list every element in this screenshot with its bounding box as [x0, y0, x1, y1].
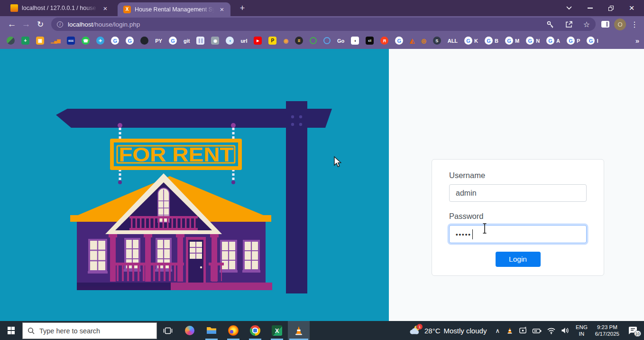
- weather-widget[interactable]: 1 28°C Mostly cloudy: [405, 321, 491, 340]
- wifi-icon[interactable]: [544, 321, 558, 340]
- start-button[interactable]: [0, 321, 22, 340]
- bookmark-letter: M: [515, 38, 519, 44]
- new-tab-button[interactable]: +: [237, 3, 248, 14]
- search-input[interactable]: [39, 327, 144, 335]
- xampp-icon: X: [123, 6, 131, 13]
- bookmarks-overflow-chevron[interactable]: »: [635, 32, 639, 49]
- bookmark-barcode[interactable]: ║║: [196, 37, 204, 45]
- volume-icon[interactable]: [558, 321, 572, 340]
- bookmark-url-text[interactable]: url: [240, 38, 247, 44]
- bookmark-analytics-bars[interactable]: ▁▄▆: [51, 38, 60, 43]
- bookmark-letter: B: [495, 38, 498, 44]
- yandex-icon: Я: [380, 37, 388, 45]
- tab-close-icon[interactable]: ×: [101, 5, 109, 12]
- task-view-button[interactable]: [157, 321, 179, 340]
- all-text-icon: ALL: [448, 38, 458, 44]
- address-bar[interactable]: i localhost/house/login.php ☆: [51, 18, 596, 31]
- bookmark-github[interactable]: [140, 37, 148, 45]
- bookmark-google3[interactable]: G: [169, 37, 177, 45]
- bookmark-p-yellow[interactable]: P: [268, 37, 276, 45]
- tab-close-icon[interactable]: ×: [218, 6, 226, 13]
- bookmark-google-m[interactable]: GM: [505, 37, 519, 45]
- bookmark-yandex[interactable]: Я: [380, 37, 388, 45]
- back-button[interactable]: ←: [5, 18, 19, 31]
- tab-search-chevron-icon[interactable]: [559, 0, 580, 16]
- username-field[interactable]: [449, 184, 587, 202]
- taskbar-search[interactable]: [22, 322, 157, 339]
- firefox-button[interactable]: [222, 321, 244, 340]
- notification-count-badge: 10: [634, 331, 641, 337]
- language-indicator[interactable]: ENG IN: [572, 321, 591, 340]
- bookmark-green-cross[interactable]: +: [21, 37, 29, 45]
- google-k-icon: G: [464, 37, 472, 45]
- chrome-button[interactable]: [244, 321, 266, 340]
- bookmark-google2[interactable]: G: [126, 37, 134, 45]
- excel-button[interactable]: X: [266, 321, 288, 340]
- file-explorer-icon: [206, 326, 217, 335]
- bookmark-google-i[interactable]: GI: [587, 37, 598, 45]
- bookmark-eye[interactable]: ◎: [421, 38, 426, 44]
- bookmark-cl[interactable]: cl: [366, 37, 374, 45]
- restore-button[interactable]: [600, 0, 621, 16]
- menu-dots-icon[interactable]: ⋮: [631, 20, 638, 29]
- tray-vlc-icon[interactable]: [504, 321, 516, 340]
- bookmark-duck[interactable]: ◖: [351, 37, 359, 45]
- bookmark-blue-ring[interactable]: [323, 37, 331, 44]
- minimize-button[interactable]: [580, 0, 600, 16]
- google3-icon: G: [169, 37, 177, 45]
- bookmark-google-a[interactable]: GA: [546, 37, 560, 45]
- go-text-icon: Go: [337, 38, 344, 44]
- firefox-icon: [228, 325, 239, 336]
- login-button[interactable]: Login: [496, 252, 541, 267]
- tab-house-rental[interactable]: X House Rental Management Syste ×: [118, 2, 230, 16]
- bookmark-git-text[interactable]: git: [184, 38, 190, 44]
- profile-avatar[interactable]: O: [614, 19, 626, 30]
- share-icon[interactable]: [565, 20, 573, 28]
- notification-center-button[interactable]: 10: [623, 321, 644, 340]
- bookmark-youtube[interactable]: ▶: [254, 37, 262, 45]
- text-cursor: [482, 223, 488, 234]
- bookmark-film-camera[interactable]: ◉: [283, 38, 288, 44]
- site-info-icon[interactable]: i: [57, 21, 63, 28]
- tray-expand-chevron[interactable]: ∧: [491, 321, 504, 340]
- vlc-button[interactable]: [288, 321, 310, 340]
- bookmark-url-wifi[interactable]: ◖: [226, 37, 234, 45]
- file-explorer-button[interactable]: [201, 321, 222, 340]
- forward-button[interactable]: →: [19, 18, 33, 31]
- bookmark-py-text[interactable]: PY: [155, 38, 162, 44]
- side-panel-icon[interactable]: [601, 21, 609, 28]
- bookmark-go-text[interactable]: Go: [337, 38, 344, 44]
- battery-icon[interactable]: [530, 321, 544, 340]
- bookmark-all-text[interactable]: ALL: [448, 38, 458, 44]
- bookmark-camera-gray[interactable]: ◉: [211, 37, 219, 45]
- bookmark-whatsapp[interactable]: ☎: [82, 37, 90, 45]
- bookmark-star-icon[interactable]: ☆: [583, 20, 590, 29]
- bookmark-google-b[interactable]: GB: [485, 37, 498, 45]
- barcode-icon: ║║: [196, 37, 204, 45]
- bookmark-cart-dark[interactable]: ¤: [295, 37, 303, 45]
- password-field[interactable]: •••••: [449, 225, 587, 243]
- close-button[interactable]: ×: [621, 0, 642, 16]
- bookmark-globe-s[interactable]: S: [433, 37, 441, 45]
- blue-ring-icon: [323, 37, 331, 44]
- copilot-button[interactable]: [179, 321, 201, 340]
- screen: localhost / 127.0.0.1 / house | php × X …: [0, 0, 644, 340]
- bookmark-green-ring[interactable]: [310, 37, 317, 44]
- bookmark-google-p[interactable]: GP: [567, 37, 580, 45]
- weather-temp: 28°C: [424, 327, 441, 335]
- bookmark-matlab[interactable]: ◭: [410, 37, 414, 44]
- password-key-icon[interactable]: [546, 20, 554, 28]
- bookmark-two-tone[interactable]: [7, 37, 15, 45]
- analytics-bars-icon: ▁▄▆: [51, 38, 60, 43]
- bookmark-google-n[interactable]: GN: [526, 37, 540, 45]
- bookmark-google[interactable]: G: [111, 37, 119, 45]
- clock[interactable]: 9:23 PM 6/17/2025: [591, 321, 623, 340]
- tray-display-icon[interactable]: [516, 321, 530, 340]
- reload-button[interactable]: ↻: [33, 18, 47, 31]
- bookmark-orange-badge[interactable]: ▣: [36, 37, 44, 45]
- bookmark-google-k[interactable]: GK: [464, 37, 478, 45]
- bookmark-telegram[interactable]: ✈: [96, 37, 104, 45]
- bookmark-google4[interactable]: G: [395, 37, 403, 45]
- tab-phpmyadmin[interactable]: localhost / 127.0.0.1 / house | php ×: [5, 0, 114, 16]
- bookmark-ieee[interactable]: IEEE: [67, 37, 75, 45]
